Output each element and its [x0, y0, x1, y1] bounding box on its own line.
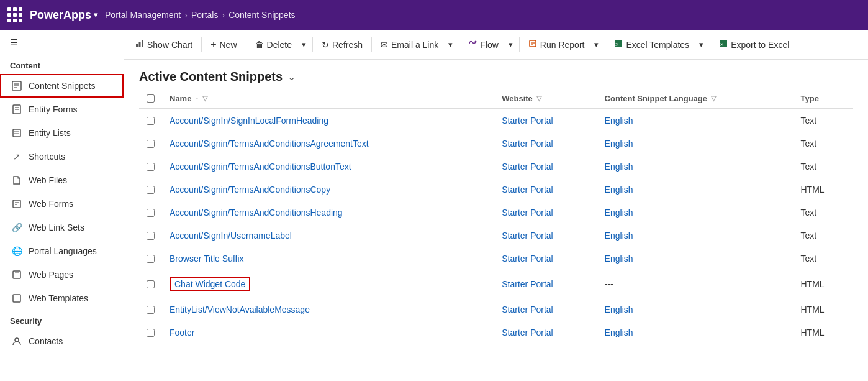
view-title-area: Active Content Snippets ⌄ [124, 60, 868, 89]
row-name-link[interactable]: Account/SignIn/SignInLocalFormHeading [170, 116, 328, 126]
language-filter-icon[interactable]: ▽ [711, 94, 716, 103]
row-language-link[interactable]: English [605, 208, 633, 218]
app-name-chevron[interactable]: ▾ [94, 11, 97, 19]
sidebar-item-entity-forms[interactable]: Entity Forms [0, 98, 124, 121]
sidebar-item-web-link-sets[interactable]: 🔗 Web Link Sets [0, 216, 124, 239]
sidebar-item-portal-languages[interactable]: 🌐 Portal Languages [0, 239, 124, 263]
row-website-link[interactable]: Starter Portal [502, 231, 553, 241]
row-name-link[interactable]: Chat Widget Code [170, 277, 250, 291]
export-to-excel-button[interactable]: X Export to Excel [713, 35, 795, 53]
name-sort-icon[interactable]: ↑ [195, 95, 199, 103]
row-website-cell: Starter Portal [494, 270, 597, 298]
excel-templates-icon: X [614, 39, 623, 50]
row-checkbox[interactable] [147, 255, 155, 263]
row-name-link[interactable]: Browser Title Suffix [170, 254, 244, 264]
language-column-header[interactable]: Content Snippet Language ▽ [597, 89, 793, 109]
row-checkbox[interactable] [147, 140, 155, 148]
delete-button[interactable]: 🗑 Delete [249, 36, 298, 53]
name-filter-icon[interactable]: ▽ [202, 94, 207, 103]
row-checkbox-cell [139, 178, 162, 201]
delete-dropdown-button[interactable]: ▾ [298, 36, 310, 53]
sidebar-item-web-templates[interactable]: Web Templates [0, 287, 124, 310]
sidebar-item-web-pages[interactable]: Web Pages [0, 263, 124, 287]
row-name-cell: EntityList/ViewNotAvailableMessage [162, 298, 494, 321]
svg-rect-7 [13, 129, 20, 137]
run-report-dropdown-button[interactable]: ▾ [590, 36, 602, 53]
sidebar-item-content-snippets[interactable]: Content Snippets [0, 74, 124, 98]
row-checkbox[interactable] [147, 186, 155, 194]
row-language-link[interactable]: English [605, 305, 633, 314]
row-website-link[interactable]: Starter Portal [502, 254, 553, 264]
row-name-link[interactable]: EntityList/ViewNotAvailableMessage [170, 305, 310, 314]
row-checkbox[interactable] [147, 163, 155, 171]
hamburger-menu[interactable]: ☰ [0, 30, 124, 55]
row-checkbox[interactable] [147, 232, 155, 240]
website-filter-icon[interactable]: ▽ [536, 94, 541, 103]
row-website-link[interactable]: Starter Portal [502, 139, 553, 149]
row-website-cell: Starter Portal [494, 224, 597, 247]
row-name-link[interactable]: Account/Signin/TermsAndConditionsHeading [170, 208, 343, 218]
row-name-cell: Account/Signin/TermsAndConditionsButtonT… [162, 155, 494, 178]
sidebar-item-label: Entity Forms [29, 104, 78, 114]
row-language-link[interactable]: English [605, 231, 633, 241]
content-snippets-icon [11, 80, 22, 91]
email-link-button[interactable]: ✉ Email a Link [374, 36, 445, 53]
excel-templates-dropdown-button[interactable]: ▾ [695, 36, 707, 53]
toolbar-divider-3 [312, 37, 313, 52]
waffle-icon[interactable] [7, 7, 22, 22]
table-row: EntityList/ViewNotAvailableMessageStarte… [139, 298, 853, 321]
row-language-link[interactable]: English [605, 162, 633, 172]
row-website-link[interactable]: Starter Portal [502, 328, 553, 337]
sidebar-item-label: Contacts [29, 336, 63, 346]
svg-rect-13 [13, 271, 20, 278]
row-website-link[interactable]: Starter Portal [502, 162, 553, 172]
row-language-link[interactable]: English [605, 139, 633, 149]
sidebar-item-web-forms[interactable]: Web Forms [0, 192, 124, 216]
select-all-checkbox[interactable] [147, 94, 155, 103]
row-website-link[interactable]: Starter Portal [502, 208, 553, 218]
row-language-link[interactable]: English [605, 185, 633, 195]
shortcuts-icon: ↗ [11, 151, 22, 162]
website-column-header[interactable]: Website ▽ [494, 89, 597, 109]
new-button[interactable]: + New [204, 35, 243, 54]
portal-languages-icon: 🌐 [11, 246, 22, 257]
row-name-link[interactable]: Account/SignIn/UsernameLabel [170, 231, 292, 241]
name-column-header[interactable]: Name ↑ ▽ [162, 89, 494, 109]
view-title-dropdown[interactable]: ⌄ [287, 71, 296, 83]
row-type-cell: Text [793, 109, 853, 132]
table-header-row: Name ↑ ▽ Website ▽ [139, 89, 853, 109]
row-language-link[interactable]: English [605, 328, 633, 337]
row-name-cell: Account/SignIn/SignInLocalFormHeading [162, 109, 494, 132]
run-report-button[interactable]: Run Report [522, 35, 591, 53]
row-name-link[interactable]: Account/Signin/TermsAndConditionsCopy [170, 185, 330, 195]
refresh-button[interactable]: ↻ Refresh [315, 36, 369, 53]
row-website-link[interactable]: Starter Portal [502, 279, 553, 289]
flow-dropdown-button[interactable]: ▾ [505, 36, 517, 53]
row-language-link[interactable]: English [605, 116, 633, 126]
checkbox-header[interactable] [139, 89, 162, 109]
sidebar-item-contacts[interactable]: Contacts [0, 329, 124, 353]
email-link-dropdown-button[interactable]: ▾ [445, 36, 456, 53]
flow-button[interactable]: Flow [462, 35, 505, 53]
run-report-icon [528, 39, 537, 50]
row-name-link[interactable]: Footer [170, 328, 194, 337]
sidebar-item-entity-lists[interactable]: Entity Lists [0, 121, 124, 145]
row-name-cell: Footer [162, 321, 494, 344]
sidebar-item-shortcuts[interactable]: ↗ Shortcuts [0, 145, 124, 168]
row-checkbox[interactable] [147, 329, 155, 337]
row-checkbox[interactable] [147, 209, 155, 217]
row-language-link[interactable]: English [605, 254, 633, 264]
row-checkbox[interactable] [147, 306, 155, 314]
excel-templates-button[interactable]: X Excel Templates [608, 35, 695, 53]
row-name-link[interactable]: Account/Signin/TermsAndConditionsAgreeme… [170, 139, 369, 149]
row-name-link[interactable]: Account/Signin/TermsAndConditionsButtonT… [170, 162, 351, 172]
row-website-link[interactable]: Starter Portal [502, 305, 553, 314]
row-checkbox[interactable] [147, 280, 155, 288]
row-website-link[interactable]: Starter Portal [502, 116, 553, 126]
sidebar-item-web-files[interactable]: Web Files [0, 168, 124, 192]
show-chart-button[interactable]: Show Chart [129, 35, 199, 53]
row-checkbox[interactable] [147, 117, 155, 125]
svg-rect-18 [139, 42, 141, 47]
breadcrumb: Portal Management › Portals › Content Sn… [105, 10, 296, 20]
row-website-link[interactable]: Starter Portal [502, 185, 553, 195]
